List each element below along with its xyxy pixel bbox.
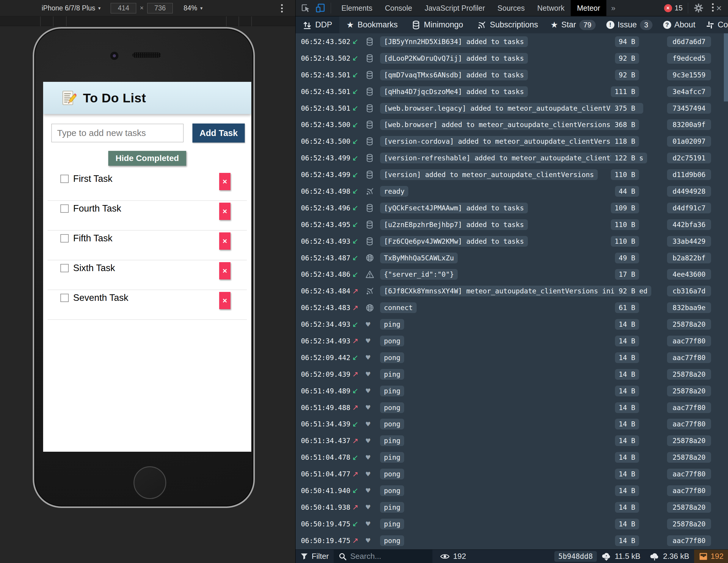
delete-task-button[interactable]: × (219, 262, 230, 279)
log-row[interactable]: 06:52:43.496 ↙ [yQCkFsect4JPMAAwm] added… (296, 200, 728, 216)
about-button[interactable]: ? About (658, 20, 701, 29)
delete-task-button[interactable]: × (219, 292, 230, 309)
device-zoom-select[interactable]: 84% ▾ (183, 4, 203, 12)
log-row[interactable]: 06:50:19.475 ↗ ♥ pong 14 B aac77f80 (296, 532, 728, 549)
filter-button[interactable]: Filter (296, 550, 334, 563)
issue-button[interactable]: ! Issue 3 (601, 20, 658, 30)
task-checkbox[interactable] (60, 234, 69, 242)
star-repo-button[interactable]: ★ Star 79 (545, 20, 601, 30)
log-hash: 832baa9e (667, 302, 711, 313)
delete-task-button[interactable]: × (219, 173, 230, 190)
log-row[interactable]: 06:50:41.938 ↗ ♥ ping 14 B 25878a20 (296, 499, 728, 516)
gear-icon[interactable] (694, 3, 704, 13)
log-hash: aac77f80 (667, 485, 711, 496)
issue-count-badge: 3 (640, 20, 652, 30)
log-row[interactable]: 06:52:43.493 ↙ [Fz6CQe6pv4JWW2KMw] added… (296, 233, 728, 250)
log-row[interactable]: 06:52:43.502 ↙ [JB5yYnn2HD5XiB634] added… (296, 33, 728, 50)
filter-label: Filter (312, 552, 329, 561)
log-row[interactable]: 06:52:43.500 ↙ [version-cordova] added t… (296, 133, 728, 150)
devtools-menu-button[interactable] (712, 3, 714, 13)
log-row[interactable]: 06:51:34.437 ↗ ♥ ping 14 B 25878a20 (296, 432, 728, 449)
log-timestamp: 06:52:09.439 (301, 371, 352, 378)
direction-arrow-icon: ↙ (352, 387, 366, 395)
device-toolbar: iPhone 6/7/8 Plus ▾ × 84% ▾ (0, 0, 295, 16)
log-row[interactable]: 06:51:49.488 ↗ ♥ pong 14 B aac77f80 (296, 399, 728, 416)
queued-messages-indicator[interactable]: 192 (694, 550, 728, 563)
tab-bookmarks[interactable]: ★ Bookmarks (339, 16, 405, 33)
message-type-icon (366, 54, 380, 62)
search-box[interactable] (334, 550, 432, 563)
log-row[interactable]: 06:52:34.493 ↗ ♥ pong 14 B aac77f80 (296, 333, 728, 349)
log-row[interactable]: 06:52:43.502 ↙ [dLooP2KwDruQvQ7ij] added… (296, 50, 728, 67)
log-row[interactable]: 06:52:43.486 ↙ {"server_id":"0"} 17 B 4e… (296, 266, 728, 283)
task-row: Fifth Task × (48, 230, 247, 260)
log-row[interactable]: 06:52:43.495 ↙ [u2znE8pzhrBejhbp7] added… (296, 216, 728, 233)
log-size: 61 B (615, 302, 639, 313)
log-row[interactable]: 06:52:43.483 ↗ connect 61 B 832baa9e (296, 300, 728, 316)
delete-task-button[interactable]: × (219, 203, 230, 220)
device-toolbar-toggle-icon[interactable] (315, 3, 325, 13)
log-row[interactable]: 06:52:43.498 ↙ ready 44 B d4494928 (296, 183, 728, 200)
tab-elements[interactable]: Elements (335, 0, 379, 16)
log-row[interactable]: 06:52:09.439 ↗ ♥ ping 14 B 25878a20 (296, 366, 728, 383)
tab-subscriptions[interactable]: Subscriptions (470, 16, 545, 33)
task-checkbox[interactable] (60, 264, 69, 272)
log-row[interactable]: 06:52:43.499 ↙ [version] added to meteor… (296, 166, 728, 183)
device-toolbar-menu-button[interactable] (281, 4, 283, 14)
log-message: pong (380, 336, 404, 346)
log-message: [version-cordova] added to meteor_autoup… (380, 136, 631, 147)
new-task-input[interactable] (51, 124, 183, 142)
devtools-tabbar: Elements Console JavaScript Profiler Sou… (296, 0, 728, 16)
direction-arrow-icon: ↙ (352, 237, 366, 245)
log-row[interactable]: 06:50:19.475 ↙ ♥ ping 14 B 25878a20 (296, 516, 728, 532)
log-row[interactable]: 06:51:34.439 ↙ ♥ pong 14 B aac77f80 (296, 416, 728, 432)
tab-sources[interactable]: Sources (491, 0, 531, 16)
message-type-icon: ♥ (366, 320, 380, 329)
tab-meteor[interactable]: Meteor (571, 0, 606, 16)
tab-minimongo[interactable]: Minimongo (405, 16, 470, 33)
task-checkbox[interactable] (60, 294, 69, 302)
session-id-badge[interactable]: 5b948dd8 (554, 551, 597, 562)
device-type-select[interactable]: iPhone 6/7/8 Plus ▾ (42, 4, 101, 12)
log-row[interactable]: 06:52:34.493 ↙ ♥ ping 14 B 25878a20 (296, 316, 728, 333)
log-row[interactable]: 06:51:04.477 ↗ ♥ pong 14 B aac77f80 (296, 466, 728, 482)
add-task-button[interactable]: Add Task (192, 123, 245, 142)
tab-console[interactable]: Console (379, 0, 418, 16)
log-row[interactable]: 06:52:43.501 ↙ [qHha4D7jqcDszoMe4] added… (296, 83, 728, 100)
log-row[interactable]: 06:52:43.499 ↙ [version-refreshable] add… (296, 150, 728, 166)
close-devtools-button[interactable]: × (716, 3, 722, 14)
log-row[interactable]: 06:52:43.500 ↙ [web.browser] added to me… (296, 116, 728, 133)
log-hash: 442bfa36 (667, 219, 711, 230)
log-row[interactable]: 06:51:04.478 ↙ ♥ ping 14 B 25878a20 (296, 449, 728, 466)
scrollbar-thumb[interactable] (724, 33, 728, 101)
direction-arrow-icon: ↙ (352, 420, 366, 429)
inspect-element-icon[interactable] (300, 3, 310, 13)
log-row[interactable]: 06:52:09.442 ↙ ♥ pong 14 B aac77f80 (296, 349, 728, 366)
task-checkbox[interactable] (60, 175, 69, 183)
log-row[interactable]: 06:52:43.501 ↙ [qmD7vaqTMxs6ANsdb] added… (296, 67, 728, 83)
log-timestamp: 06:52:43.500 (301, 121, 352, 128)
more-tabs-button[interactable]: » (606, 4, 620, 13)
delete-task-button[interactable]: × (219, 232, 230, 250)
community-button[interactable]: Community (701, 20, 728, 29)
direction-arrow-icon: ↗ (352, 470, 366, 479)
tab-network[interactable]: Network (531, 0, 571, 16)
message-type-icon: ♥ (366, 337, 380, 345)
log-row[interactable]: 06:51:49.489 ↙ ♥ ping 14 B 25878a20 (296, 383, 728, 399)
search-input[interactable] (350, 552, 422, 561)
message-type-icon: ♥ (366, 370, 380, 379)
tab-javascript-profiler[interactable]: JavaScript Profiler (418, 0, 491, 16)
task-checkbox[interactable] (60, 204, 69, 213)
log-row[interactable]: 06:50:41.940 ↙ ♥ pong 14 B aac77f80 (296, 482, 728, 499)
message-type-icon: ♥ (366, 420, 380, 429)
device-height-field[interactable] (147, 3, 173, 13)
hide-completed-button[interactable]: Hide Completed (108, 151, 186, 166)
message-type-icon (366, 237, 380, 245)
log-timestamp: 06:51:04.477 (301, 470, 352, 478)
log-row[interactable]: 06:52:43.501 ↙ [web.browser.legacy] adde… (296, 100, 728, 117)
error-badge[interactable]: × 15 (664, 4, 683, 12)
log-row[interactable]: 06:52:43.487 ↙ TxByMhhQa5CAWLxZu 49 B b2… (296, 250, 728, 266)
device-width-field[interactable] (111, 3, 136, 13)
log-row[interactable]: 06:52:43.484 ↗ [6Jf8CXk8YmnssXY4W] meteo… (296, 283, 728, 300)
tab-ddp[interactable]: DDP (296, 16, 339, 33)
